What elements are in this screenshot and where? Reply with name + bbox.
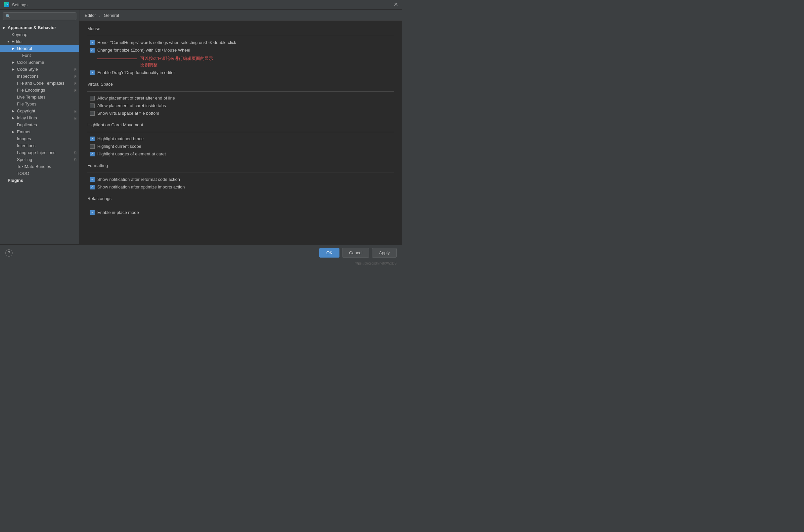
sidebar-item-intentions[interactable]: Intentions <box>0 142 79 149</box>
sidebar-item-emmet[interactable]: Emmet <box>0 128 79 135</box>
sidebar-item-file-types[interactable]: File Types <box>0 100 79 108</box>
sidebar-item-label: Copyright <box>17 109 35 113</box>
checkbox-highlight-usages[interactable] <box>90 152 95 156</box>
checkbox-ctrl-zoom[interactable] <box>90 48 95 53</box>
sidebar-item-label: Plugins <box>7 178 23 183</box>
checkbox-label-ctrl-zoom: Change font size (Zoom) with Ctrl+Mouse … <box>97 48 190 53</box>
sidebar-item-label: File Types <box>17 101 36 107</box>
help-button[interactable]: ? <box>5 249 13 256</box>
section-title-refactorings: Refactorings <box>87 196 394 202</box>
sidebar-item-label: File Encodings <box>17 88 45 93</box>
title-bar-left: P Settings <box>4 2 28 7</box>
close-button[interactable]: ✕ <box>394 2 398 7</box>
content-scroll: Mouse Honor "CamelHumps" words settings … <box>79 21 402 244</box>
checkbox-caret-end[interactable] <box>90 96 95 100</box>
checkbox-row-highlight-scope: Highlight current scope <box>87 144 394 149</box>
section-refactorings: Refactorings Enable in-place mode <box>87 196 394 215</box>
checkbox-row-virtual-bottom: Show virtual space at file bottom <box>87 111 394 116</box>
sidebar-item-editor[interactable]: Editor <box>0 38 79 45</box>
triangle-icon <box>12 46 15 50</box>
section-highlight-caret: Highlight on Caret Movement Highlight ma… <box>87 122 394 156</box>
sidebar-item-appearance[interactable]: Appearance & Behavior <box>0 24 79 31</box>
checkbox-label-notify-optimize: Show notification after optimize imports… <box>97 185 185 189</box>
checkbox-row-camel-humps: Honor "CamelHumps" words settings when s… <box>87 40 394 45</box>
bottom-left: ? <box>5 249 13 256</box>
sidebar-item-general[interactable]: General <box>0 45 79 52</box>
sidebar-item-copyright[interactable]: Copyright ⎘ <box>0 108 79 114</box>
sidebar-item-file-code-templates[interactable]: File and Code Templates ⎘ <box>0 80 79 87</box>
section-divider <box>87 173 394 173</box>
watermark: https://blog.csdn.net/XWxDS... <box>0 261 402 266</box>
search-box[interactable]: 🔍 <box>3 12 76 20</box>
checkbox-label-caret-end: Allow placement of caret after end of li… <box>97 96 175 100</box>
sidebar-item-label: Spelling <box>17 157 32 162</box>
sidebar-item-font[interactable]: Font <box>0 52 79 59</box>
section-mouse: Mouse Honor "CamelHumps" words settings … <box>87 26 394 75</box>
copy-icon: ⎘ <box>74 109 76 113</box>
section-virtual-space: Virtual Space Allow placement of caret a… <box>87 82 394 116</box>
checkbox-label-caret-tabs: Allow placement of caret inside tabs <box>97 103 166 108</box>
sidebar-item-plugins[interactable]: Plugins <box>0 177 79 184</box>
sidebar-item-language-injections[interactable]: Language Injections ⎘ <box>0 149 79 156</box>
checkbox-highlight-scope[interactable] <box>90 144 95 149</box>
checkbox-virtual-bottom[interactable] <box>90 111 95 116</box>
copy-icon: ⎘ <box>74 158 76 162</box>
sidebar-item-label: TextMate Bundles <box>17 164 51 169</box>
checkbox-label-camel-humps: Honor "CamelHumps" words settings when s… <box>97 40 236 45</box>
copy-icon: ⎘ <box>74 74 76 78</box>
checkbox-notify-optimize[interactable] <box>90 185 95 189</box>
sidebar-item-textmate-bundles[interactable]: TextMate Bundles <box>0 163 79 170</box>
apply-button[interactable]: Apply <box>372 248 397 258</box>
checkbox-highlight-brace[interactable] <box>90 136 95 141</box>
copy-icon: ⎘ <box>74 116 76 120</box>
section-divider <box>87 91 394 92</box>
triangle-icon <box>6 40 10 43</box>
sidebar-item-label: Appearance & Behavior <box>7 25 56 30</box>
breadcrumb-current: General <box>104 13 119 18</box>
sidebar-item-code-style[interactable]: Code Style ⎘ <box>0 66 79 73</box>
checkbox-label-highlight-usages: Highlight usages of element at caret <box>97 151 166 156</box>
title-bar: P Settings ✕ <box>0 0 402 10</box>
sidebar-item-label: General <box>17 46 32 51</box>
sidebar-item-images[interactable]: Images <box>0 135 79 142</box>
breadcrumb: Editor › General <box>79 10 402 21</box>
checkbox-row-inplace: Enable in-place mode <box>87 210 394 215</box>
ok-button[interactable]: OK <box>319 248 340 258</box>
sidebar-item-label: Inlay Hints <box>17 115 37 120</box>
checkbox-label-inplace: Enable in-place mode <box>97 210 139 215</box>
triangle-icon <box>12 116 15 120</box>
section-divider <box>87 206 394 206</box>
sidebar-item-label: Font <box>22 53 31 58</box>
checkbox-drag-drop[interactable] <box>90 71 95 75</box>
checkbox-label-virtual-bottom: Show virtual space at file bottom <box>97 111 159 116</box>
sidebar-item-keymap[interactable]: Keymap <box>0 31 79 38</box>
checkbox-row-caret-end: Allow placement of caret after end of li… <box>87 96 394 100</box>
section-title-highlight: Highlight on Caret Movement <box>87 122 394 129</box>
sidebar-item-todo[interactable]: TODO <box>0 170 79 177</box>
window-title: Settings <box>12 2 28 7</box>
search-input[interactable] <box>13 14 73 19</box>
sidebar-item-label: Editor <box>12 39 23 44</box>
sidebar-item-label: Duplicates <box>17 122 37 127</box>
copy-icon: ⎘ <box>74 81 76 85</box>
checkbox-row-caret-tabs: Allow placement of caret inside tabs <box>87 103 394 108</box>
checkbox-inplace[interactable] <box>90 210 95 215</box>
sidebar-item-file-encodings[interactable]: File Encodings ⎘ <box>0 87 79 94</box>
sidebar-item-color-scheme[interactable]: Color Scheme <box>0 59 79 66</box>
sidebar-item-spelling[interactable]: Spelling ⎘ <box>0 156 79 163</box>
checkbox-row-highlight-brace: Highlight matched brace <box>87 136 394 141</box>
nav-tree: Appearance & Behavior Keymap Editor Gene… <box>0 23 79 244</box>
checkbox-notify-reformat[interactable] <box>90 177 95 182</box>
sidebar-item-inlay-hints[interactable]: Inlay Hints ⎘ <box>0 114 79 121</box>
checkbox-camel-humps[interactable] <box>90 40 95 45</box>
bottom-bar: ? OK Cancel Apply <box>0 244 402 261</box>
content-area: Editor › General Mouse Honor "CamelHumps… <box>79 10 402 244</box>
checkbox-caret-tabs[interactable] <box>90 103 95 108</box>
cancel-button[interactable]: Cancel <box>342 248 369 258</box>
sidebar-item-label: Images <box>17 136 31 141</box>
sidebar-item-duplicates[interactable]: Duplicates <box>0 121 79 128</box>
annotation-arrow-line <box>97 58 137 59</box>
sidebar-item-inspections[interactable]: Inspections ⎘ <box>0 73 79 80</box>
checkbox-row-highlight-usages: Highlight usages of element at caret <box>87 151 394 156</box>
sidebar-item-live-templates[interactable]: Live Templates <box>0 94 79 100</box>
